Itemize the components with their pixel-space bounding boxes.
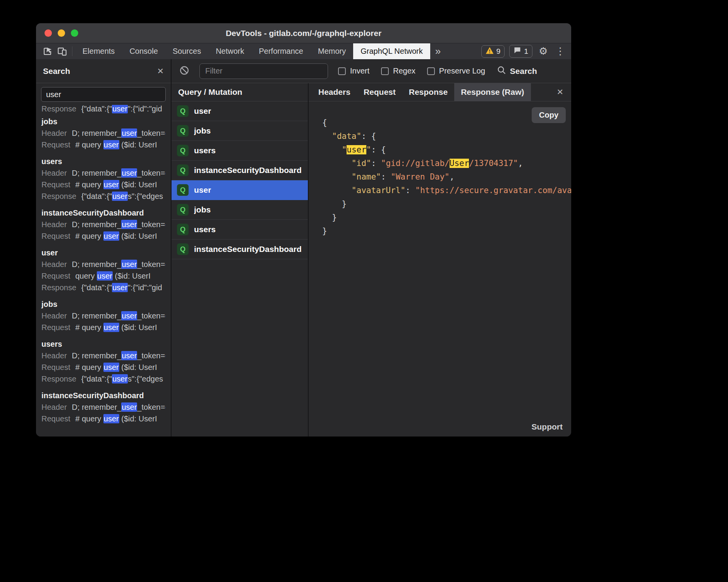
tab-sources[interactable]: Sources [165, 43, 208, 59]
block-requests-icon[interactable] [179, 65, 189, 77]
checkbox-invert[interactable]: Invert [338, 67, 369, 75]
checkbox-preserve-log[interactable]: Preserve Log [427, 67, 485, 75]
checkbox-regex[interactable]: Regex [381, 67, 416, 75]
search-result-title[interactable]: users [41, 156, 165, 167]
search-result-line[interactable]: Request# query user ($id: UserI [41, 179, 165, 190]
message-bubble-icon [513, 46, 521, 56]
tab-elements[interactable]: Elements [75, 43, 122, 59]
search-result-group: jobsHeaderD; remember_user_token=eReques… [41, 116, 165, 151]
detail-tab-headers[interactable]: Headers [312, 83, 357, 101]
search-result-group: instanceSecurityDashboardHeaderD; rememb… [41, 390, 165, 425]
settings-gear-icon[interactable]: ⚙ [537, 45, 549, 57]
text-segment: ($id: UserI [119, 232, 157, 240]
support-link[interactable]: Support [532, 422, 563, 431]
query-type-icon: Q [177, 164, 189, 176]
code-line: "avatarUrl": "https://secure.gravatar.co… [322, 184, 571, 197]
detail-tab-response[interactable]: Response [402, 83, 454, 101]
search-result-line[interactable]: HeaderD; remember_user_token=e [41, 310, 165, 322]
query-list-item-instancesecuritydashboard[interactable]: QinstanceSecurityDashboard [172, 240, 308, 259]
search-results: Response{"data":{"user":{"id":"gidjobsHe… [36, 103, 171, 436]
query-item-label: users [194, 146, 216, 155]
text-segment: _token=e [137, 351, 165, 360]
search-result-line[interactable]: Requestquery user ($id: UserI [41, 270, 165, 282]
search-result-line[interactable]: HeaderD; remember_user_token=e [41, 258, 165, 270]
tab-console[interactable]: Console [122, 43, 165, 59]
tab-graphql-network[interactable]: GraphQL Network [353, 43, 430, 59]
window-title: DevTools - gitlab.com/-/graphql-explorer [226, 29, 381, 38]
query-list-item-jobs[interactable]: Qjobs [172, 121, 308, 141]
search-line-value: # query user ($id: UserI [76, 323, 157, 332]
search-match-highlight: user [121, 168, 137, 178]
search-result-line[interactable]: Response{"data":{"user":{"id":"gid [41, 282, 165, 293]
search-result-line[interactable]: HeaderD; remember_user_token=e [41, 219, 165, 230]
zoom-window-button[interactable] [71, 29, 78, 37]
text-segment: {"data":{" [81, 375, 112, 383]
search-result-line[interactable]: Response{"data":{"user":{"id":"gid [41, 105, 165, 115]
search-result-line[interactable]: Request# query user ($id: UserI [41, 413, 165, 425]
more-options-icon[interactable]: ⋮ [554, 45, 567, 57]
close-window-button[interactable] [45, 29, 52, 37]
search-result-line[interactable]: Response{"data":{"users":{"edges [41, 373, 165, 385]
search-result-line[interactable]: Request# query user ($id: UserI [41, 139, 165, 151]
search-result-title[interactable]: jobs [41, 298, 165, 310]
detail-tab-response-raw[interactable]: Response (Raw) [454, 83, 531, 101]
search-result-title[interactable]: users [41, 338, 165, 350]
query-list-item-jobs[interactable]: Qjobs [172, 200, 308, 220]
search-line-label: Request [41, 323, 70, 332]
search-line-value: query user ($id: UserI [76, 271, 151, 281]
text-segment: ":{"id":"gid [128, 283, 162, 292]
search-result-title[interactable]: instanceSecurityDashboard [41, 390, 165, 401]
search-result-title[interactable]: user [41, 247, 165, 258]
search-result-title[interactable]: jobs [41, 116, 165, 127]
query-list-item-users[interactable]: Qusers [172, 141, 308, 161]
query-type-icon: Q [177, 224, 189, 235]
search-result-line[interactable]: Request# query user ($id: UserI [41, 230, 165, 242]
query-list-item-instancesecuritydashboard[interactable]: QinstanceSecurityDashboard [172, 161, 308, 180]
devtools-window: DevTools - gitlab.com/-/graphql-explorer… [36, 23, 571, 436]
search-match-highlight: user [103, 231, 119, 241]
more-tabs-icon[interactable]: » [430, 43, 446, 59]
search-line-label: Request [41, 180, 70, 189]
issues-badge[interactable]: 9 [481, 45, 505, 58]
search-result-line[interactable]: Request# query user ($id: UserI [41, 322, 165, 333]
minimize-window-button[interactable] [58, 29, 65, 37]
tab-network[interactable]: Network [208, 43, 251, 59]
query-list-item-users[interactable]: Qusers [172, 220, 308, 240]
search-result-line[interactable]: HeaderD; remember_user_token=e [41, 350, 165, 361]
search-match-highlight: user [103, 140, 119, 149]
query-list-item-user[interactable]: Quser [172, 101, 308, 121]
checkbox-box-invert[interactable] [338, 67, 346, 75]
search-result-line[interactable]: HeaderD; remember_user_token=e [41, 167, 165, 179]
filter-checkboxes: InvertRegexPreserve Log [338, 67, 485, 75]
tab-performance[interactable]: Performance [252, 43, 311, 59]
detail-tab-request[interactable]: Request [357, 83, 402, 101]
search-result-line[interactable]: HeaderD; remember_user_token=e [41, 127, 165, 139]
search-match-highlight: user [121, 351, 137, 360]
search-line-label: Header [41, 260, 67, 269]
text-segment: _token=e [137, 312, 165, 320]
search-result-title[interactable]: instanceSecurityDashboard [41, 207, 165, 219]
search-toggle[interactable]: Search [497, 65, 537, 77]
tab-memory[interactable]: Memory [311, 43, 353, 59]
device-toolbar-icon[interactable] [55, 43, 69, 59]
checkbox-label-preserve-log: Preserve Log [439, 67, 485, 75]
text-segment: D; remember_ [72, 169, 122, 177]
checkbox-box-regex[interactable] [381, 67, 389, 75]
query-list-item-user[interactable]: Quser [172, 180, 308, 200]
filter-input[interactable] [199, 63, 328, 79]
devtools-toolbar: ElementsConsoleSourcesNetworkPerformance… [36, 43, 571, 59]
close-search-panel-icon[interactable]: ✕ [157, 67, 164, 76]
checkbox-box-preserve-log[interactable] [427, 67, 435, 75]
close-detail-icon[interactable]: ✕ [556, 87, 563, 97]
copy-button[interactable]: Copy [532, 107, 566, 123]
search-result-line[interactable]: Response{"data":{"users":{"edges [41, 190, 165, 202]
detail-panel: HeadersRequestResponseResponse (Raw) ✕ C… [309, 83, 571, 436]
inspect-element-icon[interactable] [40, 43, 55, 59]
search-input[interactable] [41, 87, 166, 102]
search-result-line[interactable]: HeaderD; remember_user_token=e [41, 401, 165, 413]
code-line: } [322, 224, 571, 238]
issues-count: 9 [496, 47, 501, 56]
messages-badge[interactable]: 1 [509, 45, 532, 58]
search-line-label: Request [41, 414, 70, 423]
search-result-line[interactable]: Request# query user ($id: UserI [41, 361, 165, 373]
